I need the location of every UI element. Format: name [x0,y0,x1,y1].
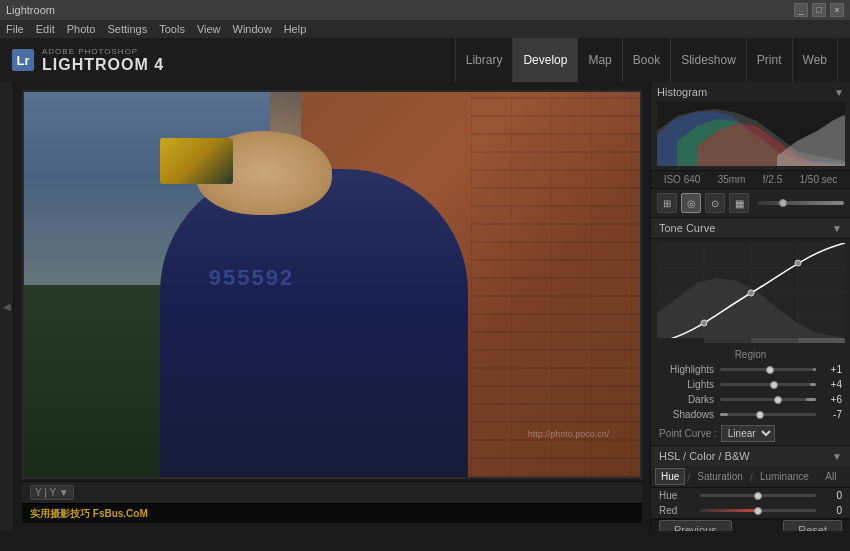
hsl-tab-saturation[interactable]: Saturation [692,468,748,485]
lights-value: +4 [822,379,842,390]
menu-settings[interactable]: Settings [107,23,147,35]
lights-track[interactable] [720,383,816,386]
camera-shutter: 1/50 sec [800,174,838,185]
module-navigation: Library Develop Map Book Slideshow Print… [455,38,838,82]
menu-window[interactable]: Window [233,23,272,35]
left-panel-toggle[interactable]: ◀ [1,301,12,312]
tone-curve-collapse-icon[interactable]: ▼ [832,223,842,234]
module-library[interactable]: Library [455,38,513,82]
hsl-header[interactable]: HSL / Color / B&W ▼ [651,446,850,466]
red-slider-row: Red 0 [651,503,850,518]
module-web[interactable]: Web [792,38,838,82]
top-navigation: Lr ADOBE PHOTOSHOP LIGHTROOM 4 Library D… [0,38,850,82]
hsl-tab-luminance[interactable]: Luminance [755,468,814,485]
photo-container: 955592 http://photo.poco.cn/ [22,90,642,479]
window-controls[interactable]: _ □ × [794,3,844,17]
reset-button[interactable]: Reset [783,520,842,531]
tool-slider[interactable] [757,201,844,205]
histogram-svg [657,101,845,166]
shadows-track[interactable] [720,413,816,416]
point-curve-row: Point Curve : Linear [651,422,850,445]
svg-rect-18 [798,338,845,343]
photo-toolbar: Y | Y ▼ [22,481,642,503]
redeye-tool[interactable]: ⊙ [705,193,725,213]
shadows-label: Shadows [659,409,714,420]
right-panel: Histogram ▼ ISO 640 [650,82,850,531]
highlights-row: Highlights +1 [651,362,850,377]
histogram-collapse-icon[interactable]: ▼ [834,87,844,98]
tool-icons-row: ⊞ ◎ ⊙ ▦ [651,189,850,218]
svg-rect-17 [751,338,798,343]
svg-rect-16 [704,338,751,343]
photo-area: 955592 http://photo.poco.cn/ Y | Y ▼ 实用摄… [14,82,650,531]
camera-iso: ISO 640 [664,174,701,185]
red-value: 0 [822,505,842,516]
titlebar: Lightroom _ □ × [0,0,850,20]
watermark-3: 实用摄影技巧 FsBus.CoM [30,507,148,521]
histogram-title: Histogram [657,86,707,98]
histogram-header: Histogram ▼ [657,86,844,98]
highlights-label: Highlights [659,364,714,375]
darks-track[interactable] [720,398,816,401]
histogram-canvas [657,101,845,166]
hue-value: 0 [822,490,842,501]
lights-row: Lights +4 [651,377,850,392]
svg-point-12 [701,320,707,326]
previous-button[interactable]: Previous [659,520,732,531]
close-button[interactable]: × [830,3,844,17]
maximize-button[interactable]: □ [812,3,826,17]
bottom-navigation: Previous Reset [651,519,850,531]
left-panel: ◀ [0,82,14,531]
module-map[interactable]: Map [577,38,621,82]
tone-curve-section: Tone Curve ▼ [651,218,850,446]
menu-file[interactable]: File [6,23,24,35]
darks-label: Darks [659,394,714,405]
tone-curve-header[interactable]: Tone Curve ▼ [651,218,850,239]
highlights-track[interactable] [720,368,816,371]
brick-texture [471,92,640,477]
point-curve-label: Point Curve : [659,428,717,439]
hsl-tab-all[interactable]: All [816,468,846,485]
hue-slider-track[interactable] [700,494,816,497]
red-label: Red [659,505,694,516]
module-develop[interactable]: Develop [512,38,577,82]
menu-view[interactable]: View [197,23,221,35]
hsl-collapse-icon[interactable]: ▼ [832,451,842,462]
adobe-label: ADOBE PHOTOSHOP [42,47,164,56]
app-name: LIGHTROOM 4 [42,56,164,74]
red-slider-track[interactable] [700,509,816,512]
hsl-divider-2: / [750,468,753,485]
point-curve-select[interactable]: Linear [721,425,775,442]
module-slideshow[interactable]: Slideshow [670,38,746,82]
menu-help[interactable]: Help [284,23,307,35]
hsl-section: HSL / Color / B&W ▼ Hue / Saturation / L… [651,446,850,519]
tone-curve-title: Tone Curve [659,222,715,234]
hsl-tab-hue[interactable]: Hue [655,468,685,485]
lr-badge: Lr [12,49,34,71]
spot-removal-tool[interactable]: ◎ [681,193,701,213]
main-area: ◀ [0,82,850,531]
view-compare-button[interactable]: Y | Y ▼ [30,485,74,500]
crop-tool[interactable]: ⊞ [657,193,677,213]
menu-edit[interactable]: Edit [36,23,55,35]
camera-aperture: f/2.5 [763,174,782,185]
menu-photo[interactable]: Photo [67,23,96,35]
person-body [160,169,468,477]
region-label: Region [651,347,850,362]
photo-simulation: 955592 http://photo.poco.cn/ [24,92,640,477]
hue-label: Hue [659,490,694,501]
minimize-button[interactable]: _ [794,3,808,17]
shadows-value: -7 [822,409,842,420]
graduated-filter-tool[interactable]: ▦ [729,193,749,213]
svg-marker-4 [777,115,845,166]
darks-row: Darks +6 [651,392,850,407]
hue-slider-row: Hue 0 [651,488,850,503]
module-book[interactable]: Book [622,38,670,82]
svg-point-14 [795,260,801,266]
tone-curve-canvas [657,243,845,343]
module-print[interactable]: Print [746,38,792,82]
app-logo: Lr ADOBE PHOTOSHOP LIGHTROOM 4 [12,47,164,74]
titlebar-title: Lightroom [6,4,55,16]
menubar: File Edit Photo Settings Tools View Wind… [0,20,850,38]
menu-tools[interactable]: Tools [159,23,185,35]
